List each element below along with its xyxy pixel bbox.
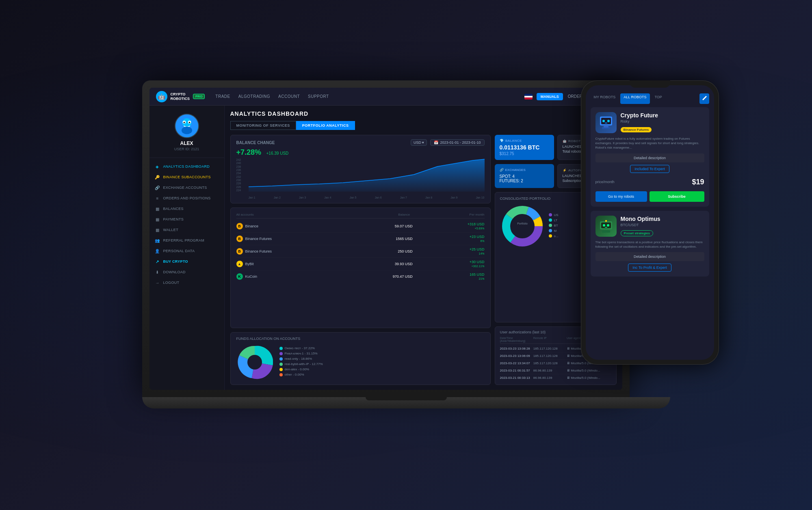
phone-tab-top[interactable]: TOP bbox=[652, 93, 665, 104]
nav-trade[interactable]: TRADE bbox=[215, 94, 230, 99]
sidebar-item-referral[interactable]: 👥 REFERRAL PROGRAM bbox=[149, 235, 224, 246]
legend-dot bbox=[279, 368, 283, 371]
binance-futures-icon-1: B bbox=[236, 236, 243, 242]
price-label-1: price/month bbox=[595, 180, 615, 184]
balance-change-values: +7.28% +16.39 USD bbox=[236, 148, 485, 157]
phone-body: MY ROBOTS ALL ROBOTS TOP bbox=[581, 80, 719, 365]
bybit-icon: ▲ bbox=[236, 261, 243, 267]
tab-portfolio[interactable]: PORTFOLIO ANALYTICS bbox=[296, 121, 355, 130]
auth-row: 2023-03-21 00:33:13 86.98.80.139 🖥 Mozil… bbox=[500, 374, 611, 381]
sidebar-item-exchange[interactable]: 🔗 EXCHANGE ACCOUNTS bbox=[149, 182, 224, 193]
auth-row: 2023-03-21 00:31:57 86.98.80.139 🖥 Mozil… bbox=[500, 367, 611, 374]
exchange-name: Binance Futures bbox=[245, 237, 341, 241]
left-panel: Balance change USD ▾ 📅 2023-01-01 - 2023… bbox=[230, 135, 491, 385]
phone-screen: MY ROBOTS ALL ROBOTS TOP bbox=[586, 85, 714, 360]
detailed-desc-button-1[interactable]: Detailed description bbox=[595, 153, 704, 162]
balance-change-pct: +7.28% bbox=[236, 148, 262, 156]
goto-button-1[interactable]: Go to my robots bbox=[595, 191, 647, 202]
month-value: 165 USD21% bbox=[413, 272, 485, 281]
col-month-header: Per month bbox=[410, 213, 484, 216]
legend-dot bbox=[549, 218, 552, 222]
robot-info-2: Mono Optimus BTC/USDT Preset strategies bbox=[621, 216, 704, 237]
price-value-1: $19 bbox=[692, 178, 704, 186]
logo-line1: CRYPTO bbox=[171, 92, 190, 97]
user-id: USER ID: 2121 bbox=[174, 147, 199, 151]
svg-point-4 bbox=[183, 122, 185, 123]
download-icon: ⬇ bbox=[155, 270, 160, 274]
legend-dot bbox=[549, 229, 552, 232]
robot-info-1: Crypto Future Risky Binance Futures bbox=[621, 112, 704, 133]
nav-account[interactable]: ACCOUNT bbox=[278, 94, 300, 99]
logo-area: 🤖 CRYPTO ROBOTICS PRO bbox=[156, 91, 205, 102]
legend-dot bbox=[549, 224, 552, 227]
sidebar-menu: ◈ ANALYTICS DASHBOARD 🔑 BINANCE SUBACCOU… bbox=[149, 158, 224, 385]
top-nav: 🤖 CRYPTO ROBOTICS PRO TRADE ALGOTRADING … bbox=[149, 88, 622, 106]
date-range[interactable]: 📅 2023-01-01 - 2023-01-10 bbox=[430, 139, 484, 146]
included-button-2[interactable]: Inc To Profit & Expert bbox=[628, 264, 671, 272]
phone-header: MY ROBOTS ALL ROBOTS TOP bbox=[586, 85, 714, 107]
legend-dot bbox=[549, 213, 552, 216]
sidebar-item-wallet[interactable]: ▦ WALLET bbox=[149, 225, 224, 235]
nav-algotrading[interactable]: ALGOTRADING bbox=[238, 94, 270, 99]
table-row: B Binance Futures 1565 USD +23 USD6% bbox=[236, 233, 485, 245]
svg-point-21 bbox=[602, 120, 605, 122]
logo-text: CRYPTO ROBOTICS bbox=[171, 92, 190, 101]
svg-text:Portfolio: Portfolio bbox=[517, 222, 528, 225]
balance-controls: USD ▾ 📅 2023-01-01 - 2023-01-10 bbox=[411, 139, 485, 146]
price-row-1: price/month $19 bbox=[595, 178, 704, 186]
spot-stat: SPOT: 4 bbox=[500, 174, 549, 179]
legend-item: den-alex - 0.00% bbox=[279, 367, 485, 371]
accounts-table: All accounts Balance Per month B Binance… bbox=[230, 207, 491, 328]
laptop-base bbox=[142, 397, 670, 408]
legend-item: Окекс-тест - 37.22% bbox=[279, 346, 485, 350]
svg-point-15 bbox=[511, 215, 534, 238]
nav-support[interactable]: SUPPORT bbox=[308, 94, 329, 99]
chart-x-labels: Jan 1 Jan 2 Jan 3 Jan 4 Jan 5 Jan 6 Jan … bbox=[249, 196, 485, 199]
balance-value: 250 USD bbox=[341, 249, 413, 253]
sidebar-item-analytics[interactable]: ◈ ANALYTICS DASHBOARD bbox=[149, 161, 224, 172]
month-value: +23 USD6% bbox=[413, 235, 485, 243]
avatar bbox=[175, 114, 199, 138]
legend-dot bbox=[279, 347, 283, 350]
logout-icon: → bbox=[155, 280, 160, 285]
auth-th-date: Date/Time (Asia/Yekaterinburg) bbox=[500, 337, 533, 342]
exchanges-card: 🔗 EXCHANGES SPOT: 4 FUTURES: 2 bbox=[495, 164, 554, 188]
svg-rect-26 bbox=[602, 230, 610, 233]
buycrypto-icon: ↗ bbox=[155, 259, 160, 264]
exchange-name: Binance Futures bbox=[245, 249, 341, 253]
tab-monitoring[interactable]: MONITORING OF SERVICES bbox=[230, 121, 296, 130]
included-button-1[interactable]: Included To Expert bbox=[630, 165, 669, 173]
chart-svg-container bbox=[249, 158, 485, 192]
svg-point-22 bbox=[607, 120, 610, 122]
funds-content: Окекс-тест - 37.22% Риал-ключ-1 - 31.15% bbox=[236, 344, 485, 380]
sidebar-item-binance[interactable]: 🔑 BINANCE SUBACCOUNTS bbox=[149, 172, 224, 182]
subscribe-button-1[interactable]: Subscribe bbox=[650, 191, 704, 202]
manuals-button[interactable]: MANUALS bbox=[537, 93, 563, 100]
svg-rect-20 bbox=[604, 126, 608, 128]
detailed-desc-button-2[interactable]: Detailed description bbox=[595, 252, 704, 261]
phone-tab-edit[interactable] bbox=[699, 93, 709, 104]
phone-tab-allrobots[interactable]: ALL ROBOTS bbox=[620, 93, 650, 104]
svg-point-6 bbox=[181, 127, 192, 134]
sidebar-item-orders[interactable]: ≡ ORDERS AND POSITIONS bbox=[149, 193, 224, 203]
legend-dot bbox=[549, 234, 552, 238]
sidebar-item-logout[interactable]: → LOGOUT bbox=[149, 277, 224, 288]
sidebar-item-buycrypto[interactable]: ↗ BUY CRYPTO bbox=[149, 256, 224, 267]
legend-item: real-bybit-with-IP - 12.77% bbox=[279, 362, 485, 366]
currency-select[interactable]: USD ▾ bbox=[411, 139, 427, 146]
robot-desc-2: The bot opens transactions at a positive… bbox=[595, 240, 704, 249]
pie-legend: Окекс-тест - 37.22% Риал-ключ-1 - 31.15% bbox=[279, 346, 485, 378]
col-account-header: All accounts bbox=[236, 213, 336, 216]
sidebar-item-balances[interactable]: ▦ BALANCES bbox=[149, 203, 224, 214]
flag-icon[interactable] bbox=[524, 94, 533, 99]
exchange-name: ByBit bbox=[245, 262, 341, 266]
month-value: +30 USD+302.11% bbox=[413, 260, 485, 268]
robot-actions-1: Detailed description Included To Expert … bbox=[595, 153, 704, 202]
laptop-screen: 🤖 CRYPTO ROBOTICS PRO TRADE ALGOTRADING … bbox=[149, 88, 622, 390]
phone-tab-myrobots[interactable]: MY ROBOTS bbox=[591, 93, 619, 104]
robot-card-2: Mono Optimus BTC/USDT Preset strategies … bbox=[591, 211, 709, 277]
balance-stat-card: 💎 BALANCE 0.0113136 BTC $312.75 bbox=[495, 135, 554, 160]
sidebar-item-payments[interactable]: ▦ PAYMENTS bbox=[149, 214, 224, 225]
sidebar-item-download[interactable]: ⬇ DOWNLOAD bbox=[149, 267, 224, 277]
sidebar-item-personal[interactable]: 👤 PERSONAL DATA bbox=[149, 246, 224, 256]
